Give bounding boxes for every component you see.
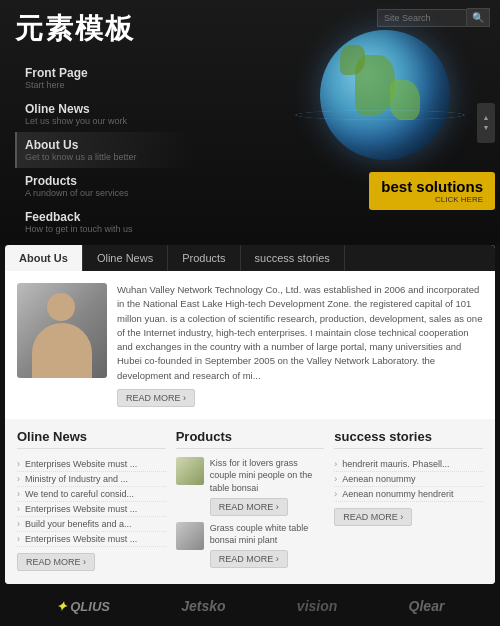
product-0-read-more[interactable]: READ MORE › [210,498,288,516]
main-content: About Us Oline News Products success sto… [5,245,495,584]
success-stories-title: success stories [334,429,483,449]
nav-title-oline-news: Oline News [25,102,187,116]
nav-item-about-us[interactable]: About Us Get to know us a little better [15,132,195,168]
nav-title-front-page: Front Page [25,66,187,80]
success-stories-column: success stories hendrerit mauris. Phasel… [334,429,483,574]
about-section: Wuhan Valley Network Technology Co., Ltd… [5,271,495,419]
about-read-more[interactable]: READ MORE › [117,389,195,407]
about-photo [17,283,107,378]
tab-products[interactable]: Products [168,245,240,271]
hero-area: best solutions CLICK HERE [195,0,500,245]
stories-read-more[interactable]: READ MORE › [334,508,412,526]
nav-subtitle-oline-news: Let us show you our work [25,116,187,126]
product-item-1: Grass couple white table bonsai mini pla… [176,522,325,568]
nav-item-front-page[interactable]: Front Page Start here [15,60,195,96]
product-text-1: Grass couple white table bonsai mini pla… [210,522,325,568]
scroll-arrow[interactable] [477,103,495,143]
globe-ring [295,110,465,120]
person-body [32,323,92,378]
about-paragraph: Wuhan Valley Network Technology Co., Ltd… [117,283,483,383]
logo-qlius[interactable]: ✦ QLIUS [56,599,110,614]
logo-vision[interactable]: vision [297,598,337,614]
tab-about-us[interactable]: About Us [5,245,83,271]
news-item-4[interactable]: Build your benefits and a... [17,517,166,532]
logo-qlear[interactable]: Qlear [409,598,445,614]
news-item-5[interactable]: Enterprises Website must ... [17,532,166,547]
product-image-1 [176,522,204,550]
nav-title-feedback: Feedback [25,210,187,224]
click-here-label: CLICK HERE [381,195,483,204]
hero-section: 🔍 元素模板 Front Page Start here Oline News … [0,0,500,245]
news-item-0[interactable]: Enterprises Website must ... [17,457,166,472]
product-1-read-more[interactable]: READ MORE › [210,550,288,568]
story-item-1[interactable]: Aenean nonummy [334,472,483,487]
nav-subtitle-products: A rundown of our services [25,188,187,198]
news-list: Enterprises Website must ... Ministry of… [17,457,166,547]
oline-news-title: Oline News [17,429,166,449]
person-head [47,293,75,321]
qlius-icon: ✦ [56,599,67,614]
news-item-3[interactable]: Enterprises Website must ... [17,502,166,517]
success-stories-list: hendrerit mauris. Phasell... Aenean nonu… [334,457,483,502]
news-item-1[interactable]: Ministry of Industry and ... [17,472,166,487]
best-solutions-badge[interactable]: best solutions CLICK HERE [369,172,495,210]
news-read-more[interactable]: READ MORE › [17,553,95,571]
tab-oline-news[interactable]: Oline News [83,245,168,271]
nav-item-oline-news[interactable]: Oline News Let us show you our work [15,96,195,132]
globe-graphic [320,30,450,160]
story-item-0[interactable]: hendrerit mauris. Phasell... [334,457,483,472]
footer-logos: ✦ QLIUS Jetsko vision Qlear [0,584,500,626]
about-text-block: Wuhan Valley Network Technology Co., Ltd… [117,283,483,407]
globe-land-detail [340,45,365,75]
logo-jetsko[interactable]: Jetsko [181,598,225,614]
three-column-section: Oline News Enterprises Website must ... … [5,419,495,584]
news-item-2[interactable]: We tend to careful consid... [17,487,166,502]
oline-news-column: Oline News Enterprises Website must ... … [17,429,166,574]
products-column: Products Kiss for it lovers grass couple… [176,429,325,574]
nav-title-about-us: About Us [25,138,187,152]
best-solutions-title: best solutions [381,178,483,195]
product-image-0 [176,457,204,485]
nav-subtitle-about-us: Get to know us a little better [25,152,187,162]
product-text-0: Kiss for it lovers grass couple mini peo… [210,457,325,516]
tab-success-stories[interactable]: success stories [241,245,345,271]
site-title: 元素模板 [15,10,195,48]
nav-title-products: Products [25,174,187,188]
nav-item-feedback[interactable]: Feedback How to get in touch with us [15,204,195,240]
nav-subtitle-feedback: How to get in touch with us [25,224,187,234]
story-item-2[interactable]: Aenean nonummy hendrerit [334,487,483,502]
product-item-0: Kiss for it lovers grass couple mini peo… [176,457,325,516]
nav-subtitle-front-page: Start here [25,80,187,90]
tab-bar: About Us Oline News Products success sto… [5,245,495,271]
sidebar: 元素模板 Front Page Start here Oline News Le… [0,0,195,245]
nav-item-products[interactable]: Products A rundown of our services [15,168,195,204]
products-title: Products [176,429,325,449]
